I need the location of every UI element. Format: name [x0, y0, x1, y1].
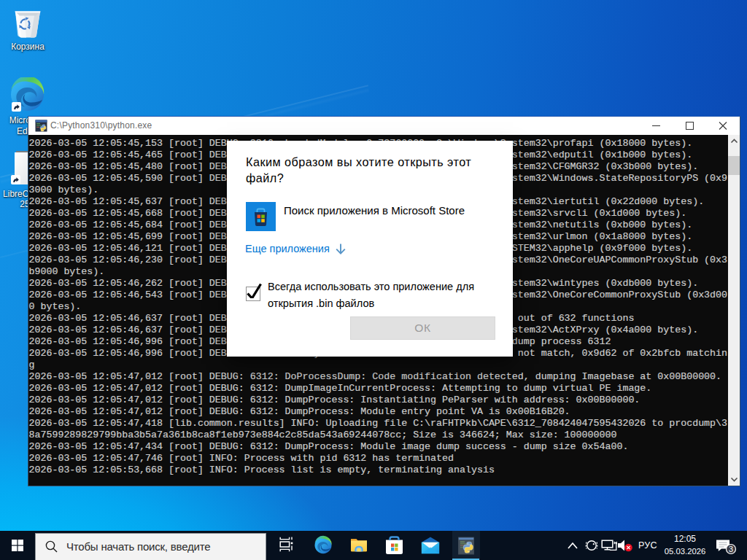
svg-text:3: 3 — [729, 545, 733, 553]
